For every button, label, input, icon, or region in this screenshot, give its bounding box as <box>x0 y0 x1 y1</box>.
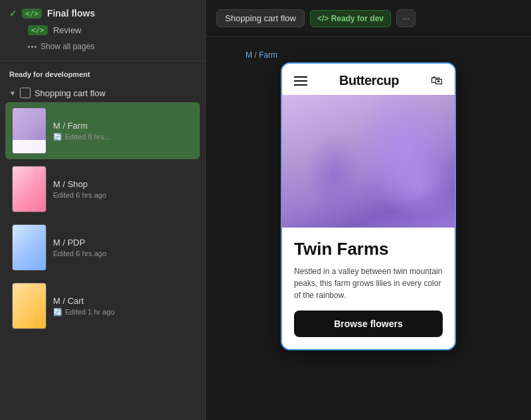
page-info-pdp: M / PDP Edited 6 hrs ago <box>53 238 193 257</box>
device-nav: Buttercup 🛍 <box>282 64 455 95</box>
ready-for-dev-badge[interactable]: </> Ready for dev <box>310 10 391 27</box>
sync-icon-cart: 🔄 <box>53 308 62 316</box>
flow-title-label: Shopping cart flow <box>35 88 106 98</box>
dev-badge-label: </> Ready for dev <box>317 14 384 23</box>
flow-group: ▼ Shopping cart flow M / Farm 🔄 Edited 8… <box>0 84 205 334</box>
page-thumbnail-shop <box>12 166 46 212</box>
more-options-button[interactable]: ··· <box>396 9 416 27</box>
dots-icon <box>28 46 37 48</box>
checkmark-icon: ✓ <box>9 9 17 19</box>
review-label: Review <box>53 25 82 35</box>
page-name-cart: M / Cart <box>53 296 193 306</box>
brand-name: Buttercup <box>339 73 399 88</box>
page-info-farm: M / Farm 🔄 Edited 8 hrs... <box>53 121 193 141</box>
review-code-badge: </> <box>28 25 48 35</box>
content-title: Twin Farms <box>294 240 443 259</box>
browse-flowers-button[interactable]: Browse flowers <box>294 311 443 337</box>
page-name-shop: M / Shop <box>53 179 193 189</box>
sidebar-top: ✓ </> Final flows </> Review Show all pa… <box>0 0 205 61</box>
page-info-shop: M / Shop Edited 6 hrs ago <box>53 179 193 199</box>
toolbar: Shopping cart flow </> Ready for dev ··· <box>206 0 531 37</box>
page-item-shop[interactable]: M / Shop Edited 6 hrs ago <box>5 161 200 218</box>
show-all-pages[interactable]: Show all pages <box>9 38 196 55</box>
code-badge: </> <box>22 9 42 19</box>
canvas: M / Farm Buttercup 🛍 Twin Farms Nestled … <box>206 37 531 420</box>
page-info-cart: M / Cart 🔄 Edited 1 hr ago <box>53 296 193 316</box>
review-item[interactable]: </> Review <box>9 23 196 38</box>
flow-group-title[interactable]: ▼ Shopping cart flow <box>5 84 200 102</box>
page-meta-farm: 🔄 Edited 8 hrs... <box>53 133 193 141</box>
page-thumbnail-pdp <box>12 224 46 271</box>
device-content: Twin Farms Nestled in a valley between t… <box>282 228 455 349</box>
page-item-farm[interactable]: M / Farm 🔄 Edited 8 hrs... <box>5 102 200 159</box>
sync-icon-farm: 🔄 <box>53 133 62 141</box>
page-meta-shop: Edited 6 hrs ago <box>53 191 193 199</box>
final-flows-label: Final flows <box>47 8 95 19</box>
sidebar: ✓ </> Final flows </> Review Show all pa… <box>0 0 206 420</box>
hamburger-icon[interactable] <box>294 76 307 86</box>
hero-flower-overlay <box>282 95 455 228</box>
page-name-pdp: M / PDP <box>53 238 193 247</box>
page-item-pdp[interactable]: M / PDP Edited 6 hrs ago <box>5 219 200 276</box>
frame-label: M / Farm <box>246 50 277 60</box>
page-item-cart[interactable]: M / Cart 🔄 Edited 1 hr ago <box>5 277 200 334</box>
bag-icon[interactable]: 🛍 <box>431 74 443 88</box>
page-name-farm: M / Farm <box>53 121 193 131</box>
ready-for-dev-header: Ready for development <box>0 61 205 84</box>
page-thumbnail-cart <box>12 283 46 329</box>
show-all-label: Show all pages <box>40 42 94 51</box>
arrow-icon: ▼ <box>9 90 16 97</box>
device-frame: Buttercup 🛍 Twin Farms Nestled in a vall… <box>282 64 455 349</box>
page-thumbnail-farm <box>12 107 46 154</box>
page-meta-pdp: Edited 6 hrs ago <box>53 249 193 257</box>
page-list: M / Farm 🔄 Edited 8 hrs... M / Shop Edit… <box>5 102 200 334</box>
main-content: Shopping cart flow </> Ready for dev ···… <box>206 0 531 420</box>
flow-tab[interactable]: Shopping cart flow <box>216 9 305 27</box>
hero-image <box>282 95 455 228</box>
content-description: Nestled in a valley between twin mountai… <box>294 265 443 301</box>
frame-icon <box>20 88 31 98</box>
page-meta-cart: 🔄 Edited 1 hr ago <box>53 308 193 316</box>
final-flows-section[interactable]: ✓ </> Final flows <box>9 8 196 19</box>
